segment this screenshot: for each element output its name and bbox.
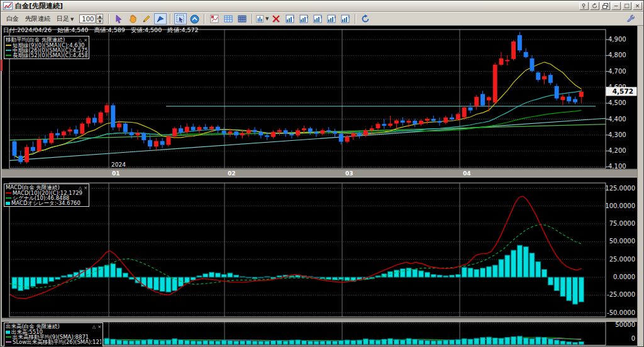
- bars-count-spinner[interactable]: 100 ▲▼: [79, 14, 103, 24]
- left-edge-red-marker: [1, 60, 3, 71]
- info-high: 高値:4,589: [94, 26, 125, 33]
- legend-close-icon[interactable]: ×: [97, 324, 101, 329]
- svg-text:4,900: 4,900: [608, 36, 626, 43]
- macd-legend-title: MACD(白金 先限連続): [6, 185, 60, 190]
- svg-text:2024: 2024: [111, 162, 126, 168]
- remove-indicator-button[interactable]: [270, 13, 282, 25]
- svg-text:5: 5: [348, 15, 350, 19]
- volume-ma26-marker: [6, 341, 11, 343]
- panel-1-button[interactable]: 1: [284, 13, 296, 25]
- toolbar-separator: [355, 14, 356, 24]
- grid-table-dark-icon: [238, 14, 247, 23]
- legend-minimize-icon[interactable]: △: [92, 324, 96, 329]
- svg-text:02: 02: [228, 170, 236, 177]
- red-x-chart-icon: [272, 14, 280, 23]
- window-title: 白金[先限連続]: [15, 1, 63, 12]
- info-date: 日付:2024/04/26: [3, 26, 52, 33]
- legend-close-icon[interactable]: ×: [84, 38, 87, 43]
- svg-text:75.0000: 75.0000: [609, 220, 635, 227]
- panel-4-button[interactable]: 4: [325, 13, 338, 25]
- chart-app-icon: [3, 2, 13, 10]
- chevron-down-icon: ▼: [265, 16, 269, 21]
- legend-minimize-icon[interactable]: △: [79, 185, 82, 190]
- svg-text:4: 4: [334, 15, 336, 19]
- legend-minimize-icon[interactable]: △: [79, 38, 82, 43]
- macd-legend: MACD(白金 先限連続) △× MACD(10)(20)(C):12.1729…: [4, 184, 89, 207]
- svg-text:-25.0000: -25.0000: [607, 291, 635, 298]
- panel-chart-2-icon: 2: [299, 14, 308, 23]
- cascade-windows-icon: [602, 3, 608, 9]
- svg-text:04: 04: [463, 170, 471, 177]
- pen-tool-button[interactable]: [154, 13, 167, 25]
- legend-row: MACDオシレータ:-34.6760: [6, 201, 87, 206]
- navigate-button[interactable]: [188, 13, 201, 25]
- new-chart-icon: [210, 14, 219, 23]
- timeframe-dropdown[interactable]: 日足▼: [57, 14, 74, 23]
- hand-tool-button[interactable]: [126, 13, 139, 25]
- close-button[interactable]: ×: [633, 2, 642, 10]
- title-bar: 白金[先限連続] − □ ×: [1, 1, 644, 12]
- svg-text:25.0000: 25.0000: [609, 256, 635, 263]
- ma-legend-title: 移動平均(白金 先限連続): [6, 37, 65, 43]
- grid-table-icon: [224, 14, 233, 23]
- svg-text:2: 2: [306, 15, 308, 19]
- cascade-windows-button[interactable]: [601, 2, 610, 10]
- svg-text:4,800: 4,800: [608, 52, 626, 58]
- spin-up-icon[interactable]: ▲: [96, 14, 103, 19]
- pin-button[interactable]: [579, 2, 589, 10]
- sma-long-marker: [6, 55, 11, 56]
- wrench-icon: [626, 14, 635, 22]
- cursor-tool-button[interactable]: [113, 13, 125, 25]
- pin-icon: [581, 3, 587, 9]
- series-label[interactable]: 先限連続: [25, 14, 50, 23]
- new-chart-button[interactable]: [208, 13, 221, 25]
- minimize-button[interactable]: −: [611, 2, 621, 10]
- chart-canvas[interactable]: 4,9004,8004,7004,6004,5004,4004,3004,200…: [1, 26, 644, 347]
- legend-row: MACD(10)(20)(C):12.1729: [6, 190, 87, 196]
- chart-type-button[interactable]: ▼: [256, 13, 269, 25]
- volume-marker: [6, 331, 10, 334]
- info-close: 終値:4,572: [167, 26, 198, 33]
- legend-row: 出来高移動平均(9)(SMA):8871: [6, 334, 101, 339]
- signal-line-label: シグナル(10):46.8488: [13, 196, 69, 201]
- svg-text:50.0000: 50.0000: [609, 238, 635, 245]
- sma-long-label: 長期線(52)(0)(SMA)(C):4,458: [13, 53, 87, 58]
- volume-legend: 出来高(白金 先限連続) △× 出来高:5510 出来高移動平均(9)(SMA)…: [4, 322, 103, 347]
- panel-2-button[interactable]: 2: [297, 13, 310, 25]
- sma-short-label: 短期線(9)(0)(SMA)(C):4,630: [13, 43, 85, 48]
- panel-5-button[interactable]: 5: [339, 13, 352, 25]
- svg-text:3: 3: [320, 15, 322, 19]
- refresh-button[interactable]: [359, 13, 372, 25]
- maximize-button[interactable]: □: [622, 2, 631, 10]
- svg-text:4,400: 4,400: [608, 116, 626, 123]
- svg-text:4,300: 4,300: [608, 131, 626, 138]
- spinner-arrows[interactable]: ▲▼: [96, 14, 103, 24]
- toolbar-separator: [204, 14, 205, 24]
- sma-short-marker: [6, 45, 11, 46]
- bar-chart-icon: [256, 14, 264, 23]
- grid-light-button[interactable]: [222, 13, 235, 25]
- legend-close-icon[interactable]: ×: [84, 185, 87, 190]
- volume-legend-title: 出来高(白金 先限連続): [6, 324, 60, 329]
- macd-line-label: MACD(10)(20)(C):12.1729: [13, 190, 82, 196]
- panel-3-button[interactable]: 3: [311, 13, 324, 25]
- info-open: 始値:4,540: [57, 26, 88, 33]
- svg-text:50000: 50000: [615, 321, 635, 328]
- spin-down-icon[interactable]: ▼: [96, 19, 103, 24]
- settings-wrench-button[interactable]: [626, 14, 635, 23]
- pencil-tool-button[interactable]: [140, 13, 153, 25]
- svg-text:4,700: 4,700: [608, 68, 626, 75]
- svg-text:125.0000: 125.0000: [605, 185, 635, 192]
- window-frame-right: [637, 26, 644, 347]
- volume-ma9-marker: [6, 336, 11, 338]
- bars-count-value[interactable]: 100: [79, 14, 96, 23]
- hand-icon: [128, 14, 137, 23]
- symbol-label[interactable]: 白金: [6, 14, 19, 23]
- legend-row: 短期線(9)(0)(SMA)(C):4,630: [6, 43, 87, 48]
- svg-text:03: 03: [345, 170, 353, 177]
- crosshair-select-button[interactable]: [174, 13, 187, 25]
- reload-settings-button[interactable]: [590, 2, 599, 10]
- toolbar-separator: [108, 14, 109, 24]
- grid-dark-button[interactable]: [236, 13, 248, 25]
- volume-label: 出来高:5510: [11, 329, 43, 334]
